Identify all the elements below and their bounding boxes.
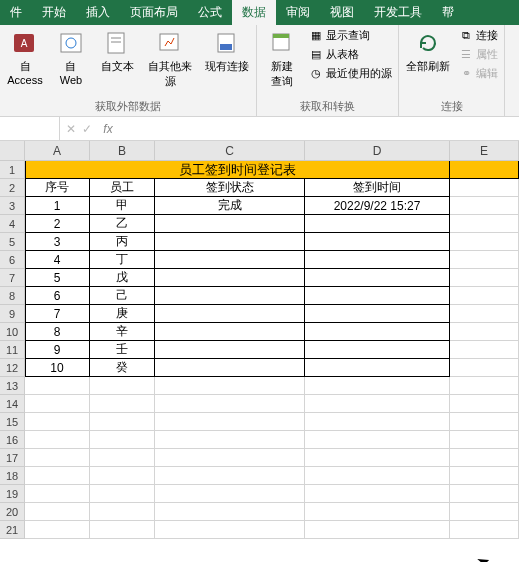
- cell[interactable]: [25, 395, 90, 413]
- table-cell[interactable]: [305, 341, 450, 359]
- cell[interactable]: [450, 323, 519, 341]
- cell[interactable]: [155, 503, 305, 521]
- table-cell[interactable]: 2: [25, 215, 90, 233]
- show-queries-button[interactable]: ▦显示查询: [307, 27, 394, 44]
- table-header[interactable]: 签到时间: [305, 179, 450, 197]
- table-cell[interactable]: [155, 215, 305, 233]
- existing-conn-button[interactable]: 现有连接: [202, 27, 252, 76]
- row-header[interactable]: 20: [0, 503, 25, 521]
- fx-button[interactable]: fx: [98, 122, 118, 136]
- cell[interactable]: [155, 377, 305, 395]
- table-cell[interactable]: [155, 341, 305, 359]
- cell[interactable]: [450, 359, 519, 377]
- edit-links-button[interactable]: ⚭编辑: [457, 65, 500, 82]
- cell[interactable]: [450, 215, 519, 233]
- from-text-button[interactable]: 自文本: [96, 27, 138, 76]
- table-cell[interactable]: 庚: [90, 305, 155, 323]
- cell[interactable]: [25, 503, 90, 521]
- cell[interactable]: [450, 413, 519, 431]
- table-cell[interactable]: [305, 251, 450, 269]
- properties-button[interactable]: ☰属性: [457, 46, 500, 63]
- cell[interactable]: [90, 377, 155, 395]
- table-cell[interactable]: [155, 359, 305, 377]
- from-web-button[interactable]: 自 Web: [50, 27, 92, 88]
- table-cell[interactable]: [155, 233, 305, 251]
- cell[interactable]: [305, 503, 450, 521]
- cell[interactable]: [155, 413, 305, 431]
- table-cell[interactable]: 8: [25, 323, 90, 341]
- cell[interactable]: [90, 521, 155, 539]
- row-header[interactable]: 11: [0, 341, 25, 359]
- cell[interactable]: [155, 521, 305, 539]
- table-cell[interactable]: [305, 305, 450, 323]
- col-header-b[interactable]: B: [90, 141, 155, 160]
- check-icon[interactable]: ✓: [82, 122, 92, 136]
- cell[interactable]: [450, 449, 519, 467]
- cell[interactable]: [25, 485, 90, 503]
- cell[interactable]: [155, 467, 305, 485]
- table-cell[interactable]: 1: [25, 197, 90, 215]
- table-cell[interactable]: [155, 287, 305, 305]
- tab-home[interactable]: 开始: [32, 0, 76, 25]
- cell[interactable]: [25, 467, 90, 485]
- row-header[interactable]: 10: [0, 323, 25, 341]
- connections-button[interactable]: ⧉连接: [457, 27, 500, 44]
- row-header[interactable]: 16: [0, 431, 25, 449]
- cell[interactable]: [305, 431, 450, 449]
- cell[interactable]: [90, 503, 155, 521]
- table-cell[interactable]: 辛: [90, 323, 155, 341]
- cell[interactable]: [450, 377, 519, 395]
- cell[interactable]: [155, 485, 305, 503]
- cell[interactable]: [305, 521, 450, 539]
- cell[interactable]: [450, 287, 519, 305]
- cell[interactable]: [305, 467, 450, 485]
- cell[interactable]: [90, 467, 155, 485]
- select-all-corner[interactable]: [0, 141, 25, 160]
- tab-formula[interactable]: 公式: [188, 0, 232, 25]
- table-cell[interactable]: [305, 323, 450, 341]
- table-cell[interactable]: [305, 233, 450, 251]
- cell[interactable]: [450, 521, 519, 539]
- from-table-button[interactable]: ▤从表格: [307, 46, 394, 63]
- name-box[interactable]: [0, 117, 60, 140]
- row-header[interactable]: 8: [0, 287, 25, 305]
- table-header[interactable]: 序号: [25, 179, 90, 197]
- table-cell[interactable]: [305, 287, 450, 305]
- table-cell[interactable]: 10: [25, 359, 90, 377]
- new-query-button[interactable]: 新建 查询: [261, 27, 303, 91]
- table-cell[interactable]: [305, 359, 450, 377]
- cell[interactable]: [305, 377, 450, 395]
- cell[interactable]: [155, 431, 305, 449]
- row-header[interactable]: 1: [0, 161, 25, 179]
- table-cell[interactable]: 2022/9/22 15:27: [305, 197, 450, 215]
- table-cell[interactable]: 己: [90, 287, 155, 305]
- table-cell[interactable]: [305, 215, 450, 233]
- row-header[interactable]: 14: [0, 395, 25, 413]
- table-cell[interactable]: [155, 269, 305, 287]
- tab-help[interactable]: 帮: [432, 0, 464, 25]
- col-header-c[interactable]: C: [155, 141, 305, 160]
- table-cell[interactable]: [155, 251, 305, 269]
- table-header[interactable]: 员工: [90, 179, 155, 197]
- cell[interactable]: [305, 413, 450, 431]
- cell[interactable]: [305, 449, 450, 467]
- cell[interactable]: [90, 395, 155, 413]
- table-cell[interactable]: 戊: [90, 269, 155, 287]
- cell[interactable]: [305, 395, 450, 413]
- table-cell[interactable]: 乙: [90, 215, 155, 233]
- tab-data[interactable]: 数据: [232, 0, 276, 25]
- table-cell[interactable]: 癸: [90, 359, 155, 377]
- row-header[interactable]: 5: [0, 233, 25, 251]
- table-cell[interactable]: 3: [25, 233, 90, 251]
- row-header[interactable]: 21: [0, 521, 25, 539]
- tab-insert[interactable]: 插入: [76, 0, 120, 25]
- row-header[interactable]: 18: [0, 467, 25, 485]
- cell[interactable]: [155, 449, 305, 467]
- tab-file[interactable]: 件: [0, 0, 32, 25]
- tab-layout[interactable]: 页面布局: [120, 0, 188, 25]
- table-cell[interactable]: 6: [25, 287, 90, 305]
- col-header-e[interactable]: E: [450, 141, 519, 160]
- cell[interactable]: [450, 179, 519, 197]
- cell[interactable]: [90, 485, 155, 503]
- cell[interactable]: [450, 269, 519, 287]
